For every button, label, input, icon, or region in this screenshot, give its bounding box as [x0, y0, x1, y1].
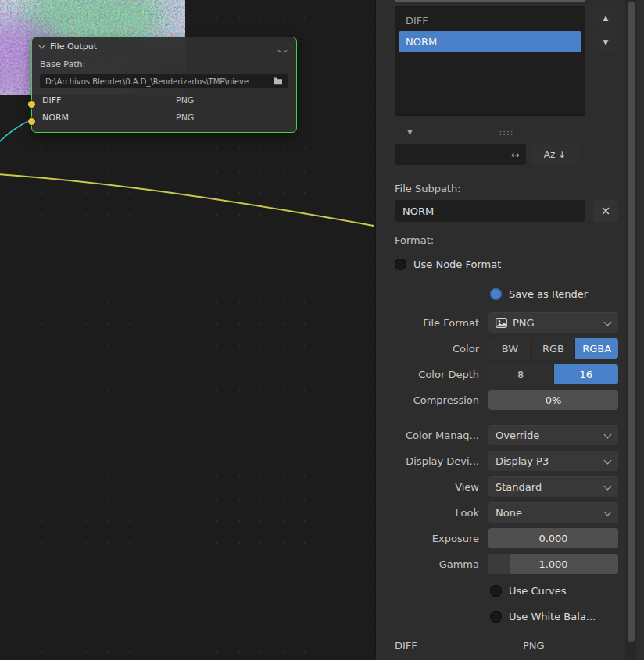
chevron-down-icon — [604, 508, 612, 516]
use-curves-checkbox[interactable] — [490, 585, 502, 597]
clipped-widget-edge — [395, 0, 585, 2]
color-management-label: Color Manag... — [395, 430, 479, 441]
color-management-value: Override — [496, 430, 539, 441]
display-device-value: Display P3 — [496, 455, 549, 467]
gamma-value: 1.000 — [538, 558, 567, 570]
compression-value: 0% — [546, 394, 562, 406]
display-device-label: Display Devi... — [395, 455, 479, 467]
color-bw-option[interactable]: BW — [488, 338, 531, 359]
collapse-chevron-icon[interactable] — [38, 41, 46, 49]
compositor-node-editor[interactable]: File Output Base Path: D:\Archivos Blend… — [0, 0, 375, 660]
color-management-dropdown[interactable]: Override — [488, 425, 618, 445]
list-filter-input[interactable]: ↔ — [395, 144, 526, 165]
use-node-format-label: Use Node Format — [413, 259, 501, 270]
input-socket-norm[interactable] — [27, 117, 36, 126]
list-item-selected[interactable]: NORM — [399, 31, 581, 52]
compression-label: Compression — [395, 394, 479, 406]
view-transform-label: View — [395, 481, 479, 493]
file-format-value: PNG — [513, 317, 535, 329]
node-slot-row: DIFF PNG — [32, 92, 296, 109]
blender-window: File Output Base Path: D:\Archivos Blend… — [0, 0, 644, 660]
panel-scrollbar-thumb[interactable] — [628, 2, 635, 642]
node-title: File Output — [50, 41, 97, 52]
slot-name: NORM — [42, 112, 69, 123]
file-format-label: File Format — [395, 317, 479, 329]
use-white-balance-checkbox[interactable] — [490, 611, 502, 623]
exposure-label: Exposure — [395, 533, 479, 544]
down-arrow-icon: ▼ — [603, 38, 609, 46]
use-curves-label: Use Curves — [509, 585, 567, 597]
chevron-down-icon — [604, 430, 612, 438]
color-rgba-option[interactable]: RGBA — [575, 338, 618, 359]
slot-name: DIFF — [42, 95, 61, 105]
display-device-dropdown[interactable]: Display P3 — [488, 451, 618, 471]
format-section-label: Format: — [395, 234, 618, 246]
exposure-field[interactable]: 0.000 — [488, 528, 618, 548]
up-arrow-icon: ▲ — [603, 14, 609, 22]
file-output-node[interactable]: File Output Base Path: D:\Archivos Blend… — [31, 37, 297, 133]
file-subpath-label: File Subpath: — [395, 183, 618, 194]
input-socket-diff[interactable] — [27, 100, 36, 109]
slot-format: PNG — [523, 640, 545, 651]
look-label: Look — [395, 507, 479, 519]
next-slot-row: DIFF PNG — [395, 640, 618, 653]
color-depth-label: Color Depth — [395, 369, 479, 380]
base-path-label: Base Path: — [40, 59, 288, 70]
view-transform-value: Standard — [496, 481, 542, 493]
list-resize-grip[interactable]: :::: — [395, 127, 618, 137]
color-rgb-option[interactable]: RGB — [532, 338, 575, 359]
slot-format: PNG — [176, 95, 194, 105]
file-format-dropdown[interactable]: PNG — [488, 312, 618, 333]
node-collapse-arc-icon — [276, 41, 289, 52]
chevron-down-icon — [604, 482, 612, 490]
wire-cyan — [0, 120, 30, 144]
chevron-down-icon — [604, 456, 612, 464]
sort-alphabetical-button[interactable]: Az ↓ — [531, 144, 579, 165]
move-slot-down-button[interactable]: ▼ — [593, 30, 618, 53]
use-white-balance-label: Use White Bala... — [509, 611, 596, 623]
exposure-value: 0.000 — [538, 533, 567, 544]
slot-name: DIFF — [395, 640, 417, 651]
node-header[interactable]: File Output — [32, 37, 296, 55]
list-item[interactable]: DIFF — [399, 10, 581, 31]
base-path-field[interactable]: D:\Archivos Blender\0.A.D_\Renderizados\… — [40, 74, 288, 88]
node-slot-row: NORM PNG — [32, 109, 296, 126]
color-depth-segmented: 8 16 — [488, 364, 618, 384]
compression-slider[interactable]: 0% — [488, 390, 618, 410]
save-as-render-label: Save as Render — [509, 288, 588, 300]
remove-slot-button[interactable]: × — [593, 200, 618, 222]
node-properties-panel: DIFF NORM ▲ ▼ ▼ :::: ↔ — [375, 0, 644, 660]
color-label: Color — [395, 343, 479, 355]
chevron-down-icon — [604, 318, 612, 326]
base-path-value: D:\Archivos Blender\0.A.D_\Renderizados\… — [45, 77, 249, 86]
close-icon: × — [601, 204, 611, 218]
gamma-slider[interactable]: 1.000 — [488, 554, 618, 574]
slot-format: PNG — [176, 112, 194, 123]
move-slot-up-button[interactable]: ▲ — [593, 6, 618, 29]
file-subpath-input[interactable]: NORM — [395, 200, 585, 222]
slider-fill — [488, 554, 510, 574]
image-icon — [496, 318, 507, 328]
save-as-render-checkbox[interactable] — [490, 288, 502, 300]
invert-filter-icon[interactable]: ↔ — [511, 148, 520, 160]
look-dropdown[interactable]: None — [488, 502, 618, 523]
depth-16-option[interactable]: 16 — [554, 364, 619, 384]
file-slots-list[interactable]: DIFF NORM — [395, 6, 585, 116]
look-value: None — [496, 507, 522, 519]
wire-yellow — [0, 174, 374, 226]
depth-8-option[interactable]: 8 — [488, 364, 553, 384]
folder-icon[interactable] — [273, 77, 283, 87]
color-mode-segmented: BW RGB RGBA — [488, 338, 618, 359]
gamma-label: Gamma — [395, 558, 479, 570]
view-transform-dropdown[interactable]: Standard — [488, 476, 618, 497]
use-node-format-checkbox[interactable] — [395, 259, 406, 270]
